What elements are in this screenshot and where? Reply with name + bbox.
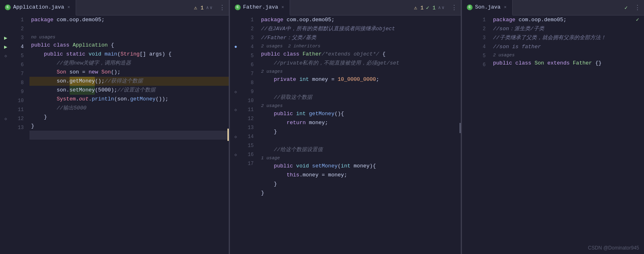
code-line-3-2: //son：派生类/子类 [491, 25, 644, 33]
gutter-line-1-4: ▶ [0, 42, 11, 51]
fold-icon-2d: ◇ [234, 152, 237, 157]
editor-pane-3: C Son.java × ✓ ⋮ [462, 0, 644, 254]
line-numbers-1: 1 2 3 4 5 6 7 8 9 10 11 12 13 [11, 16, 29, 254]
fold-icon-2c: ◇ [234, 134, 237, 139]
code-lines-1: package com.oop.demo05; no usages public… [29, 16, 229, 254]
no-usages-hint: no usages [31, 33, 55, 42]
ln-2-6: 6 [241, 60, 257, 69]
gutter-1: ▶ ▶ ◇ [0, 16, 11, 254]
run-icon-1[interactable]: ▶ [4, 35, 7, 41]
code-line-3-3: //子类继承了父类，就会拥有父亲的全部方法！ [491, 33, 644, 42]
ln-1-6: 6 [11, 60, 27, 69]
ln-1-9: 9 [11, 87, 27, 96]
code-line-2-4: public class Father/*extends object*/ { [259, 50, 461, 59]
ln-2-2: 2 [241, 25, 257, 33]
editor-pane-1: C Application.java × ⚠ 1 ∧ ∨ ⋮ [0, 0, 229, 254]
g3-2 [462, 25, 473, 33]
ln-2-1: 1 [241, 16, 257, 25]
line-numbers-3: 1 2 3 4 5 6 [473, 16, 491, 254]
code-line-3-4: //son is father [491, 42, 644, 51]
tab-label-1: Application.java [13, 4, 64, 10]
ok-badge-2: ✓ 1 [426, 4, 435, 11]
gutter-3 [462, 16, 473, 254]
ln-2-10: 10 [241, 96, 257, 105]
tab-menu-btn-2[interactable]: ⋮ [448, 4, 461, 12]
ln-2-5: 5 [241, 51, 257, 60]
tab-application-java[interactable]: C Application.java × [0, 0, 76, 16]
tab-close-2[interactable]: × [281, 4, 285, 11]
ln-2-9: 9 [241, 87, 257, 96]
code-line-2-5: //private私有的，不能直接被使用，必须get/set [259, 59, 461, 68]
g2-13 [230, 123, 241, 132]
code-line-2-12 [259, 136, 461, 145]
gutter-line-1-13 [0, 132, 11, 141]
code-line-1-10: //输出5000 [29, 104, 229, 113]
java-file-icon-3: C [467, 4, 473, 10]
nav-arrows-1[interactable]: ∧ ∨ [206, 5, 212, 10]
usage-hint-2usages-b: 2 usages [261, 101, 283, 110]
gutter-line-1-12 [0, 123, 11, 132]
ln-2-13: 13 [241, 123, 257, 132]
ln-2-16: 16 [241, 150, 257, 159]
code-line-2-hint3: 2 usages [259, 102, 461, 109]
g2-15 [230, 141, 241, 150]
ln-3-2: 2 [473, 25, 489, 33]
code-line-1-7: son.getMoney();//获得这个数据 [29, 77, 229, 86]
ln-1-10: 10 [11, 96, 27, 105]
gutter-line-1-10 [0, 105, 11, 114]
g2-14: ◇ [230, 132, 241, 141]
run-icon-2[interactable]: ▶ [4, 44, 7, 50]
usage-hint-1usage: 1 usage [261, 154, 280, 163]
code-line-2-14: public void setMoney(int money){ [259, 162, 461, 171]
tab-son-java[interactable]: C Son.java × [462, 0, 513, 16]
watermark: CSDN @Dominator945 [588, 245, 639, 251]
gutter-line-1-5 [0, 60, 11, 69]
g2-9: ◇ [230, 87, 241, 96]
g2-8 [230, 78, 241, 87]
gutter-line-1-9 [0, 96, 11, 105]
g2-2 [230, 25, 241, 33]
editors-area: C Application.java × ⚠ 1 ∧ ∨ ⋮ [0, 0, 644, 254]
ln-1-12: 12 [11, 114, 27, 123]
code-line-3-5: public class Son extends Father {} [491, 59, 644, 68]
gutter-line-1-8 [0, 87, 11, 96]
tab-father-java[interactable]: C Father.java × [230, 0, 290, 16]
gutter-2: ● ◇ ◇ [230, 16, 241, 254]
code-line-1-12: } [29, 122, 229, 131]
tab-menu-btn-3[interactable]: ⋮ [631, 4, 644, 12]
usage-hint-son: 2 usages [493, 51, 515, 60]
fold-icon-2a: ◇ [234, 89, 237, 94]
g2-6 [230, 60, 241, 69]
g2-1 [230, 16, 241, 25]
code-line-1-4: public static void main(String[] args) { [29, 50, 229, 59]
tab-close-1[interactable]: × [67, 4, 71, 11]
ln-2-15: 15 [241, 141, 257, 150]
code-line-1-11: } [29, 113, 229, 122]
g3-6 [462, 60, 473, 69]
ln-2-17: 17 [241, 159, 257, 168]
gutter-line-1-6 [0, 69, 11, 78]
code-line-1-8: son.setMoney(5000);//设置这个数据 [29, 86, 229, 95]
nav-arrows-2[interactable]: ∧ ∨ [438, 5, 444, 10]
ln-3-5: 5 [473, 51, 489, 60]
g2-10 [230, 96, 241, 105]
g2-3 [230, 33, 241, 42]
code-line-2-hint4: 1 usage [259, 154, 461, 162]
code-lines-2: package com.oop.demo05; //在JAVA中，所有的类都默认… [259, 16, 461, 254]
tab-group-2: C Father.java × [230, 0, 411, 16]
check-icon-3: ✓ [636, 16, 639, 25]
code-line-1-6: Son son = new Son(); [29, 68, 229, 77]
gutter-line-1-2 [0, 25, 11, 33]
code-line-2-13cmt: //给这个数据设置值 [259, 145, 461, 154]
editor-content-2: ● ◇ ◇ [230, 16, 461, 254]
g2-5 [230, 51, 241, 60]
usage-hint-father: 2 usages 2 inheritors [261, 42, 320, 51]
g2-4: ● [230, 42, 241, 51]
tab-menu-btn-1[interactable]: ⋮ [216, 4, 229, 12]
warn-badge-1: ⚠ 1 [194, 4, 203, 11]
code-line-2-hint2: 2 usages [259, 68, 461, 75]
tab-close-3[interactable]: × [503, 4, 507, 11]
code-line-1-usage: no usages [29, 33, 229, 41]
code-lines-3: package com.oop.demo05; ✓ //son：派生类/子类 /… [491, 16, 644, 254]
tab-label-3: Son.java [475, 4, 500, 10]
